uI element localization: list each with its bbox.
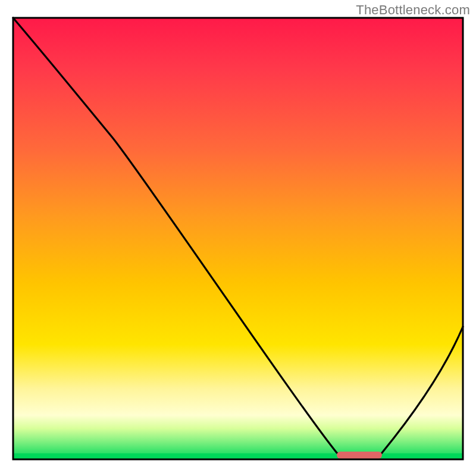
chart-container: TheBottleneck.com — [0, 0, 476, 476]
plot-area — [13, 18, 463, 459]
gradient-background — [13, 18, 463, 459]
chart-svg — [0, 0, 476, 476]
optimum-marker — [337, 452, 382, 459]
watermark-text: TheBottleneck.com — [356, 2, 470, 18]
